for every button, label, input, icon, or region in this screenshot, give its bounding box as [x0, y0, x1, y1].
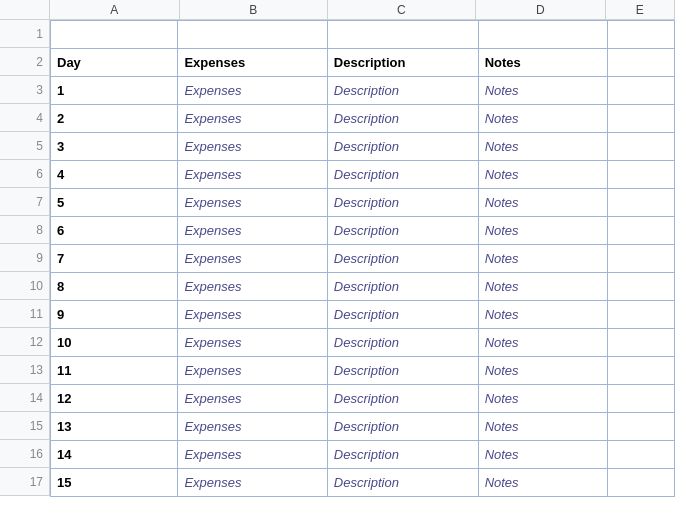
cell-description-13[interactable]: Description [327, 413, 478, 441]
row-num-5: 5 [0, 132, 50, 160]
cell-notes-14[interactable]: Notes [478, 441, 607, 469]
header-expenses[interactable]: Expenses [178, 49, 327, 77]
cell-expenses-10[interactable]: Expenses [178, 329, 327, 357]
cell-description-5[interactable]: Description [327, 189, 478, 217]
cell-notes-7[interactable]: Notes [478, 245, 607, 273]
cell-e-1[interactable] [607, 77, 674, 105]
col-header-c[interactable]: C [328, 0, 476, 20]
row-num-17: 17 [0, 468, 50, 496]
empty-d1[interactable] [478, 21, 607, 49]
cell-e-5[interactable] [607, 189, 674, 217]
cell-notes-11[interactable]: Notes [478, 357, 607, 385]
cell-description-4[interactable]: Description [327, 161, 478, 189]
cell-description-2[interactable]: Description [327, 105, 478, 133]
cell-expenses-12[interactable]: Expenses [178, 385, 327, 413]
cell-description-8[interactable]: Description [327, 273, 478, 301]
cell-description-14[interactable]: Description [327, 441, 478, 469]
col-header-d[interactable]: D [476, 0, 606, 20]
cell-notes-5[interactable]: Notes [478, 189, 607, 217]
cell-notes-1[interactable]: Notes [478, 77, 607, 105]
cell-expenses-15[interactable]: Expenses [178, 469, 327, 497]
empty-a1[interactable] [51, 21, 178, 49]
cell-notes-10[interactable]: Notes [478, 329, 607, 357]
cell-notes-2[interactable]: Notes [478, 105, 607, 133]
cell-expenses-11[interactable]: Expenses [178, 357, 327, 385]
cell-day-9[interactable]: 9 [51, 301, 178, 329]
cell-day-14[interactable]: 14 [51, 441, 178, 469]
cell-e-2[interactable] [607, 105, 674, 133]
cell-day-15[interactable]: 15 [51, 469, 178, 497]
cell-day-4[interactable]: 4 [51, 161, 178, 189]
cell-expenses-1[interactable]: Expenses [178, 77, 327, 105]
cell-notes-12[interactable]: Notes [478, 385, 607, 413]
header-notes[interactable]: Notes [478, 49, 607, 77]
cell-day-6[interactable]: 6 [51, 217, 178, 245]
cell-description-9[interactable]: Description [327, 301, 478, 329]
cell-expenses-4[interactable]: Expenses [178, 161, 327, 189]
cell-expenses-5[interactable]: Expenses [178, 189, 327, 217]
cell-notes-3[interactable]: Notes [478, 133, 607, 161]
cell-day-1[interactable]: 1 [51, 77, 178, 105]
col-header-e[interactable]: E [606, 0, 675, 20]
cell-description-10[interactable]: Description [327, 329, 478, 357]
cell-notes-8[interactable]: Notes [478, 273, 607, 301]
cell-expenses-3[interactable]: Expenses [178, 133, 327, 161]
cell-day-13[interactable]: 13 [51, 413, 178, 441]
col-header-a[interactable]: A [50, 0, 180, 20]
cell-notes-4[interactable]: Notes [478, 161, 607, 189]
col-header-b[interactable]: B [180, 0, 328, 20]
cell-e-3[interactable] [607, 133, 674, 161]
cell-day-7[interactable]: 7 [51, 245, 178, 273]
cell-e-9[interactable] [607, 301, 674, 329]
corner-cell [0, 0, 50, 20]
row-num-11: 11 [0, 300, 50, 328]
cell-description-11[interactable]: Description [327, 357, 478, 385]
cell-day-2[interactable]: 2 [51, 105, 178, 133]
cell-day-12[interactable]: 12 [51, 385, 178, 413]
cell-description-6[interactable]: Description [327, 217, 478, 245]
cell-description-15[interactable]: Description [327, 469, 478, 497]
cell-notes-9[interactable]: Notes [478, 301, 607, 329]
cell-description-12[interactable]: Description [327, 385, 478, 413]
cell-day-5[interactable]: 5 [51, 189, 178, 217]
cell-day-11[interactable]: 11 [51, 357, 178, 385]
empty-b1[interactable] [178, 21, 327, 49]
cell-expenses-7[interactable]: Expenses [178, 245, 327, 273]
cell-notes-13[interactable]: Notes [478, 413, 607, 441]
cell-day-8[interactable]: 8 [51, 273, 178, 301]
row-num-15: 15 [0, 412, 50, 440]
table-row: 5ExpensesDescriptionNotes [51, 189, 675, 217]
cell-e-11[interactable] [607, 357, 674, 385]
cell-description-1[interactable]: Description [327, 77, 478, 105]
cell-expenses-6[interactable]: Expenses [178, 217, 327, 245]
row-num-9: 9 [0, 244, 50, 272]
table-row: 4ExpensesDescriptionNotes [51, 161, 675, 189]
empty-e1[interactable] [607, 21, 674, 49]
cell-e-8[interactable] [607, 273, 674, 301]
cell-e-6[interactable] [607, 217, 674, 245]
cell-expenses-14[interactable]: Expenses [178, 441, 327, 469]
cell-expenses-9[interactable]: Expenses [178, 301, 327, 329]
cell-notes-15[interactable]: Notes [478, 469, 607, 497]
row-num-7: 7 [0, 188, 50, 216]
cell-e-12[interactable] [607, 385, 674, 413]
cell-expenses-13[interactable]: Expenses [178, 413, 327, 441]
cell-description-7[interactable]: Description [327, 245, 478, 273]
cell-day-10[interactable]: 10 [51, 329, 178, 357]
cell-expenses-2[interactable]: Expenses [178, 105, 327, 133]
header-e[interactable] [607, 49, 674, 77]
cell-description-3[interactable]: Description [327, 133, 478, 161]
cell-e-10[interactable] [607, 329, 674, 357]
cell-e-7[interactable] [607, 245, 674, 273]
cell-e-15[interactable] [607, 469, 674, 497]
cell-e-14[interactable] [607, 441, 674, 469]
table-header-row: Day Expenses Description Notes [51, 49, 675, 77]
cell-notes-6[interactable]: Notes [478, 217, 607, 245]
header-day[interactable]: Day [51, 49, 178, 77]
cell-e-4[interactable] [607, 161, 674, 189]
empty-c1[interactable] [327, 21, 478, 49]
header-description[interactable]: Description [327, 49, 478, 77]
cell-day-3[interactable]: 3 [51, 133, 178, 161]
cell-e-13[interactable] [607, 413, 674, 441]
cell-expenses-8[interactable]: Expenses [178, 273, 327, 301]
